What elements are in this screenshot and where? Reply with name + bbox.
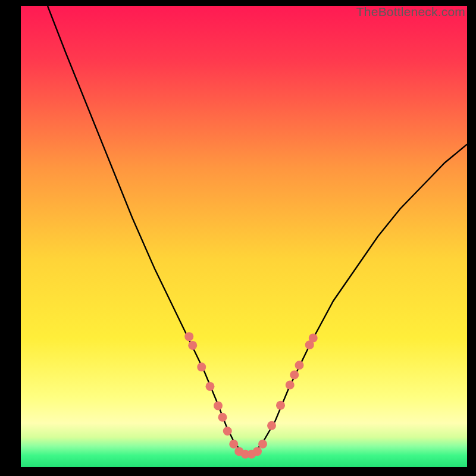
plot-area xyxy=(21,6,467,467)
data-dot xyxy=(223,427,232,436)
data-dot xyxy=(253,447,262,456)
plot-svg xyxy=(21,6,467,467)
data-dot xyxy=(258,440,267,449)
gradient-background xyxy=(21,6,467,467)
data-dot xyxy=(184,332,193,341)
data-dot xyxy=(214,401,223,410)
data-dot xyxy=(206,382,215,391)
data-dot xyxy=(229,440,238,449)
watermark-text: TheBottleneck.com xyxy=(356,5,465,19)
data-dot xyxy=(276,401,285,410)
data-dot xyxy=(286,381,295,390)
data-dot xyxy=(295,361,304,369)
data-dot xyxy=(267,421,276,430)
data-dot xyxy=(197,362,206,371)
chart-frame: TheBottleneck.com xyxy=(0,0,476,476)
data-dot xyxy=(290,371,299,380)
data-dot xyxy=(188,341,197,350)
data-dot xyxy=(309,334,318,343)
data-dot xyxy=(218,413,227,422)
